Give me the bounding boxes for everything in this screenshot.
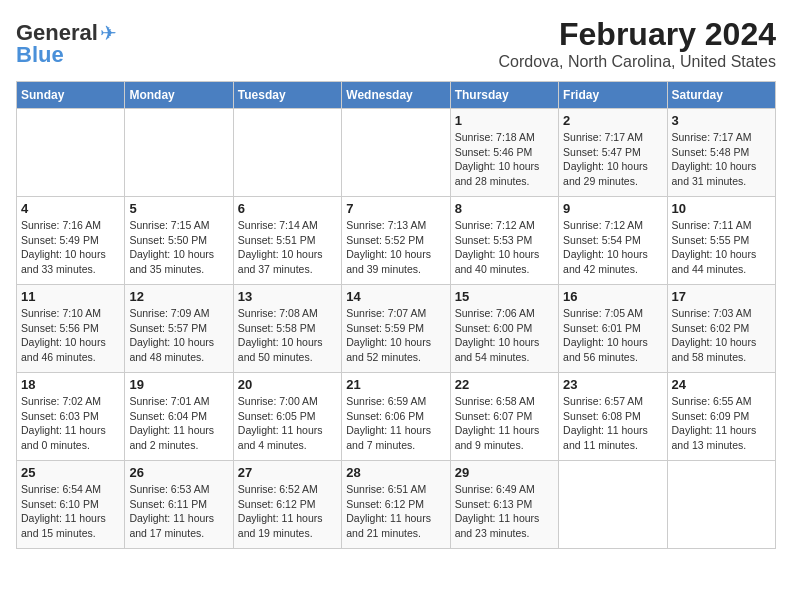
day-info: Sunrise: 7:12 AM Sunset: 5:54 PM Dayligh… <box>563 218 662 277</box>
day-number: 2 <box>563 113 662 128</box>
day-info: Sunrise: 7:08 AM Sunset: 5:58 PM Dayligh… <box>238 306 337 365</box>
day-number: 27 <box>238 465 337 480</box>
table-row: 15Sunrise: 7:06 AM Sunset: 6:00 PM Dayli… <box>450 285 558 373</box>
calendar-week-row: 18Sunrise: 7:02 AM Sunset: 6:03 PM Dayli… <box>17 373 776 461</box>
day-info: Sunrise: 7:12 AM Sunset: 5:53 PM Dayligh… <box>455 218 554 277</box>
day-number: 18 <box>21 377 120 392</box>
day-info: Sunrise: 6:58 AM Sunset: 6:07 PM Dayligh… <box>455 394 554 453</box>
day-info: Sunrise: 7:00 AM Sunset: 6:05 PM Dayligh… <box>238 394 337 453</box>
day-info: Sunrise: 7:17 AM Sunset: 5:47 PM Dayligh… <box>563 130 662 189</box>
table-row: 25Sunrise: 6:54 AM Sunset: 6:10 PM Dayli… <box>17 461 125 549</box>
day-number: 26 <box>129 465 228 480</box>
col-monday: Monday <box>125 82 233 109</box>
day-number: 15 <box>455 289 554 304</box>
calendar-week-row: 25Sunrise: 6:54 AM Sunset: 6:10 PM Dayli… <box>17 461 776 549</box>
col-sunday: Sunday <box>17 82 125 109</box>
day-number: 14 <box>346 289 445 304</box>
table-row <box>559 461 667 549</box>
day-number: 25 <box>21 465 120 480</box>
day-number: 19 <box>129 377 228 392</box>
table-row: 4Sunrise: 7:16 AM Sunset: 5:49 PM Daylig… <box>17 197 125 285</box>
day-info: Sunrise: 7:17 AM Sunset: 5:48 PM Dayligh… <box>672 130 771 189</box>
day-info: Sunrise: 6:55 AM Sunset: 6:09 PM Dayligh… <box>672 394 771 453</box>
day-info: Sunrise: 7:11 AM Sunset: 5:55 PM Dayligh… <box>672 218 771 277</box>
table-row: 24Sunrise: 6:55 AM Sunset: 6:09 PM Dayli… <box>667 373 775 461</box>
table-row: 12Sunrise: 7:09 AM Sunset: 5:57 PM Dayli… <box>125 285 233 373</box>
table-row: 7Sunrise: 7:13 AM Sunset: 5:52 PM Daylig… <box>342 197 450 285</box>
table-row: 16Sunrise: 7:05 AM Sunset: 6:01 PM Dayli… <box>559 285 667 373</box>
day-number: 16 <box>563 289 662 304</box>
table-row <box>17 109 125 197</box>
calendar-week-row: 11Sunrise: 7:10 AM Sunset: 5:56 PM Dayli… <box>17 285 776 373</box>
calendar-week-row: 4Sunrise: 7:16 AM Sunset: 5:49 PM Daylig… <box>17 197 776 285</box>
calendar-table: Sunday Monday Tuesday Wednesday Thursday… <box>16 81 776 549</box>
table-row: 1Sunrise: 7:18 AM Sunset: 5:46 PM Daylig… <box>450 109 558 197</box>
day-number: 10 <box>672 201 771 216</box>
day-number: 7 <box>346 201 445 216</box>
day-info: Sunrise: 7:15 AM Sunset: 5:50 PM Dayligh… <box>129 218 228 277</box>
table-row: 29Sunrise: 6:49 AM Sunset: 6:13 PM Dayli… <box>450 461 558 549</box>
table-row: 11Sunrise: 7:10 AM Sunset: 5:56 PM Dayli… <box>17 285 125 373</box>
day-info: Sunrise: 6:54 AM Sunset: 6:10 PM Dayligh… <box>21 482 120 541</box>
page-subtitle: Cordova, North Carolina, United States <box>16 53 776 71</box>
page-title: February 2024 <box>16 16 776 53</box>
table-row: 20Sunrise: 7:00 AM Sunset: 6:05 PM Dayli… <box>233 373 341 461</box>
table-row: 22Sunrise: 6:58 AM Sunset: 6:07 PM Dayli… <box>450 373 558 461</box>
day-number: 8 <box>455 201 554 216</box>
table-row: 18Sunrise: 7:02 AM Sunset: 6:03 PM Dayli… <box>17 373 125 461</box>
day-info: Sunrise: 7:10 AM Sunset: 5:56 PM Dayligh… <box>21 306 120 365</box>
day-info: Sunrise: 7:13 AM Sunset: 5:52 PM Dayligh… <box>346 218 445 277</box>
day-number: 11 <box>21 289 120 304</box>
day-number: 6 <box>238 201 337 216</box>
col-wednesday: Wednesday <box>342 82 450 109</box>
day-info: Sunrise: 6:49 AM Sunset: 6:13 PM Dayligh… <box>455 482 554 541</box>
table-row: 28Sunrise: 6:51 AM Sunset: 6:12 PM Dayli… <box>342 461 450 549</box>
logo: General ✈ Blue <box>16 20 117 68</box>
table-row: 26Sunrise: 6:53 AM Sunset: 6:11 PM Dayli… <box>125 461 233 549</box>
table-row: 23Sunrise: 6:57 AM Sunset: 6:08 PM Dayli… <box>559 373 667 461</box>
day-number: 3 <box>672 113 771 128</box>
day-info: Sunrise: 6:51 AM Sunset: 6:12 PM Dayligh… <box>346 482 445 541</box>
calendar-week-row: 1Sunrise: 7:18 AM Sunset: 5:46 PM Daylig… <box>17 109 776 197</box>
day-number: 23 <box>563 377 662 392</box>
table-row: 10Sunrise: 7:11 AM Sunset: 5:55 PM Dayli… <box>667 197 775 285</box>
day-info: Sunrise: 7:14 AM Sunset: 5:51 PM Dayligh… <box>238 218 337 277</box>
day-number: 5 <box>129 201 228 216</box>
col-tuesday: Tuesday <box>233 82 341 109</box>
day-number: 21 <box>346 377 445 392</box>
table-row: 19Sunrise: 7:01 AM Sunset: 6:04 PM Dayli… <box>125 373 233 461</box>
day-number: 12 <box>129 289 228 304</box>
day-info: Sunrise: 6:53 AM Sunset: 6:11 PM Dayligh… <box>129 482 228 541</box>
col-saturday: Saturday <box>667 82 775 109</box>
logo-blue: Blue <box>16 42 64 68</box>
table-row: 8Sunrise: 7:12 AM Sunset: 5:53 PM Daylig… <box>450 197 558 285</box>
day-info: Sunrise: 6:52 AM Sunset: 6:12 PM Dayligh… <box>238 482 337 541</box>
page-header: February 2024 Cordova, North Carolina, U… <box>16 16 776 71</box>
day-info: Sunrise: 7:18 AM Sunset: 5:46 PM Dayligh… <box>455 130 554 189</box>
day-number: 28 <box>346 465 445 480</box>
day-number: 9 <box>563 201 662 216</box>
col-thursday: Thursday <box>450 82 558 109</box>
table-row <box>125 109 233 197</box>
table-row <box>342 109 450 197</box>
day-info: Sunrise: 6:57 AM Sunset: 6:08 PM Dayligh… <box>563 394 662 453</box>
col-friday: Friday <box>559 82 667 109</box>
day-number: 20 <box>238 377 337 392</box>
day-number: 4 <box>21 201 120 216</box>
day-info: Sunrise: 7:05 AM Sunset: 6:01 PM Dayligh… <box>563 306 662 365</box>
table-row: 9Sunrise: 7:12 AM Sunset: 5:54 PM Daylig… <box>559 197 667 285</box>
day-number: 29 <box>455 465 554 480</box>
day-number: 13 <box>238 289 337 304</box>
table-row <box>667 461 775 549</box>
table-row: 5Sunrise: 7:15 AM Sunset: 5:50 PM Daylig… <box>125 197 233 285</box>
calendar-header-row: Sunday Monday Tuesday Wednesday Thursday… <box>17 82 776 109</box>
day-number: 17 <box>672 289 771 304</box>
table-row: 6Sunrise: 7:14 AM Sunset: 5:51 PM Daylig… <box>233 197 341 285</box>
day-info: Sunrise: 7:16 AM Sunset: 5:49 PM Dayligh… <box>21 218 120 277</box>
table-row: 21Sunrise: 6:59 AM Sunset: 6:06 PM Dayli… <box>342 373 450 461</box>
table-row: 13Sunrise: 7:08 AM Sunset: 5:58 PM Dayli… <box>233 285 341 373</box>
table-row: 17Sunrise: 7:03 AM Sunset: 6:02 PM Dayli… <box>667 285 775 373</box>
day-number: 24 <box>672 377 771 392</box>
day-info: Sunrise: 7:07 AM Sunset: 5:59 PM Dayligh… <box>346 306 445 365</box>
day-info: Sunrise: 7:02 AM Sunset: 6:03 PM Dayligh… <box>21 394 120 453</box>
